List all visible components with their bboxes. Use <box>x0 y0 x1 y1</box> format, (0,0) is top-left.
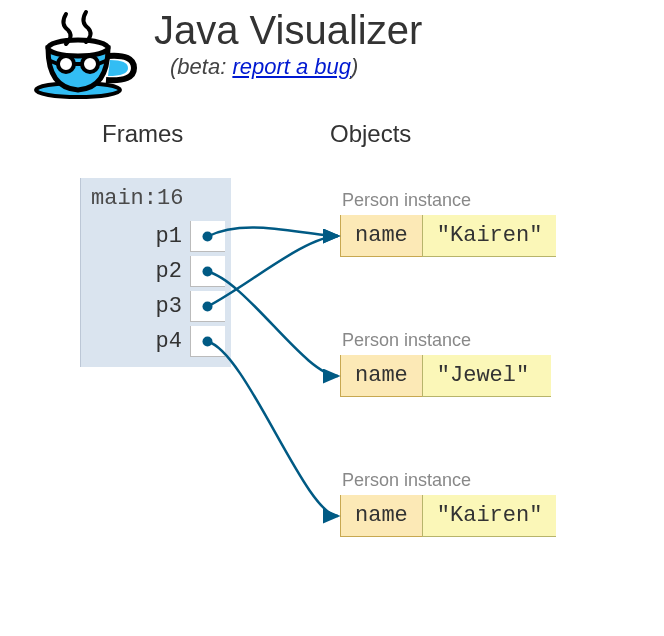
heap-object: Person instance name "Kairen" <box>340 190 556 257</box>
object-field-value: "Jewel" <box>422 355 551 397</box>
frame-var-row: p1 <box>81 219 231 254</box>
object-type-label: Person instance <box>342 470 556 491</box>
frame-var-label: p2 <box>156 259 182 284</box>
frame-var-label: p4 <box>156 329 182 354</box>
frame-var-row: p4 <box>81 324 231 359</box>
header: Java Visualizer (beta: report a bug) <box>0 0 664 104</box>
stack-frame: main:16 p1 p2 p3 p4 <box>80 178 231 367</box>
frame-var-value-box <box>190 256 225 287</box>
svg-point-2 <box>58 56 74 72</box>
logo-cup-icon <box>18 4 148 104</box>
frame-var-row: p2 <box>81 254 231 289</box>
page-title: Java Visualizer <box>154 10 422 50</box>
svg-point-3 <box>82 56 98 72</box>
heap-object: Person instance name "Kairen" <box>340 470 556 537</box>
object-type-label: Person instance <box>342 190 556 211</box>
object-field-value: "Kairen" <box>422 215 557 257</box>
subtitle: (beta: report a bug) <box>170 54 422 80</box>
frame-var-label: p3 <box>156 294 182 319</box>
subtitle-prefix: (beta: <box>170 54 232 79</box>
object-field-value: "Kairen" <box>422 495 557 537</box>
frame-var-value-box <box>190 326 225 357</box>
object-field-key: name <box>340 355 422 397</box>
svg-point-1 <box>48 40 108 56</box>
heap-object: Person instance name "Jewel" <box>340 330 551 397</box>
frame-var-row: p3 <box>81 289 231 324</box>
object-field-key: name <box>340 215 422 257</box>
subtitle-suffix: ) <box>351 54 358 79</box>
frame-var-label: p1 <box>156 224 182 249</box>
frames-column-header: Frames <box>102 120 183 148</box>
frame-var-value-box <box>190 291 225 322</box>
frame-var-value-box <box>190 221 225 252</box>
report-bug-link[interactable]: report a bug <box>232 54 351 79</box>
object-type-label: Person instance <box>342 330 551 351</box>
object-field-key: name <box>340 495 422 537</box>
frame-title: main:16 <box>81 178 231 219</box>
objects-column-header: Objects <box>330 120 411 148</box>
